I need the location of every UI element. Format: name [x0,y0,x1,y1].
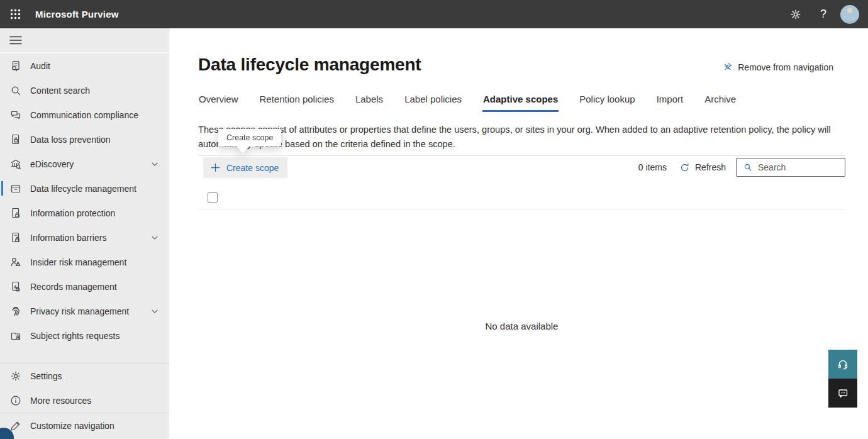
chevron-down-icon [150,307,159,316]
sidebar-item[interactable]: Audit [0,53,169,78]
settings-icon [9,370,22,382]
topbar: Microsoft Purview ? [0,0,868,28]
purview-app: Microsoft Purview ? [0,0,868,439]
content-search-icon [9,84,22,97]
commandbar-divider [198,155,845,156]
app-launcher-waffle-icon[interactable] [0,0,30,28]
sidebar-item[interactable]: Privacy risk management [0,299,169,323]
items-count: 0 items [638,162,667,172]
page-description: These scopes consist of attributes or pr… [198,123,838,152]
sidebar-footer: Settings More resources Customize naviga… [0,363,169,439]
tab[interactable]: Import [656,94,684,112]
sidebar-item[interactable]: Communication compliance [0,103,169,127]
pencil-icon [9,420,22,432]
tooltip-text: Create scope [218,129,281,147]
gear-icon [789,8,802,21]
hamburger-icon [9,36,22,45]
tab[interactable]: Adaptive scopes [482,94,559,112]
sidebar-item[interactable]: Records management [0,274,169,299]
subject-rights-icon [9,330,22,342]
topbar-actions: ? [785,0,868,28]
app-title: Microsoft Purview [35,9,119,19]
information-barriers-icon [9,231,22,244]
sidebar-item[interactable]: eDiscovery [0,152,169,176]
customize-navigation-button[interactable]: Customize navigation [0,413,169,438]
main-content: Data lifecycle management Remove from na… [169,28,868,439]
empty-state-message: No data available [198,321,845,331]
sidebar-item[interactable]: Settings [0,364,169,388]
search-box [736,158,845,177]
sidebar-nav-list: Audit Content search Communication compl… [0,53,169,348]
refresh-icon [679,162,690,173]
waffle-icon [10,9,21,19]
create-scope-button[interactable]: Create scope [203,157,287,178]
collapse-nav-button[interactable] [0,28,169,52]
info-icon [9,394,22,407]
sidebar-item[interactable]: Information protection [0,201,169,225]
remove-from-navigation-label: Remove from navigation [738,62,833,72]
create-scope-label: Create scope [226,163,279,173]
user-avatar[interactable] [840,5,859,24]
sidebar-item[interactable]: Insider risk management [0,250,169,274]
chevron-down-icon [150,233,159,242]
tab[interactable]: Retention policies [259,94,335,112]
select-all-checkbox[interactable] [208,192,218,203]
insider-risk-icon [9,256,22,269]
tab[interactable]: Label policies [404,94,462,112]
refresh-button[interactable]: Refresh [679,162,726,173]
data-lifecycle-icon [9,182,22,195]
tooltip-beak [236,147,249,153]
sidebar-item[interactable]: Content search [0,78,169,103]
privacy-risk-icon [9,305,22,318]
feedback-chat-icon [836,386,850,400]
ediscovery-icon [9,158,22,170]
settings-gear-button[interactable] [785,0,806,28]
headset-icon [836,357,850,371]
unpin-icon [722,62,733,72]
feedback-widget-button[interactable] [828,379,857,408]
search-input[interactable] [758,162,835,172]
help-button[interactable]: ? [813,0,834,28]
help-widget-button[interactable] [828,350,857,379]
remove-from-navigation-button[interactable]: Remove from navigation [722,62,833,72]
tab[interactable]: Labels [355,94,384,112]
records-management-icon [9,281,22,293]
refresh-label: Refresh [695,162,726,172]
sidebar-item[interactable]: Data lifecycle management [0,176,169,201]
select-all-cell [198,192,228,203]
tab[interactable]: Archive [704,94,737,112]
sidebar-item[interactable]: Information barriers [0,225,169,250]
tab[interactable]: Overview [198,94,239,112]
sidebar-footer-list: Settings More resources [0,364,169,413]
data-loss-prevention-icon [9,133,22,146]
page-title: Data lifecycle management [198,55,421,75]
sidebar-item[interactable]: Subject rights requests [0,323,169,348]
tab-bar: OverviewRetention policiesLabelsLabel po… [198,94,737,112]
table-header [198,186,845,209]
communication-compliance-icon [9,109,22,121]
tab[interactable]: Policy lookup [579,94,635,112]
create-scope-tooltip: Create scope [218,129,281,153]
chevron-down-icon [150,160,159,169]
search-icon [743,162,753,172]
sidebar: Audit Content search Communication compl… [0,28,169,439]
plus-icon [211,163,220,172]
audit-icon [9,60,22,72]
help-icon: ? [820,8,826,21]
sidebar-item[interactable]: More resources [0,388,169,413]
commandbar-right: 0 items Refresh [638,158,845,177]
sidebar-item[interactable]: Data loss prevention [0,127,169,152]
information-protection-icon [9,207,22,220]
